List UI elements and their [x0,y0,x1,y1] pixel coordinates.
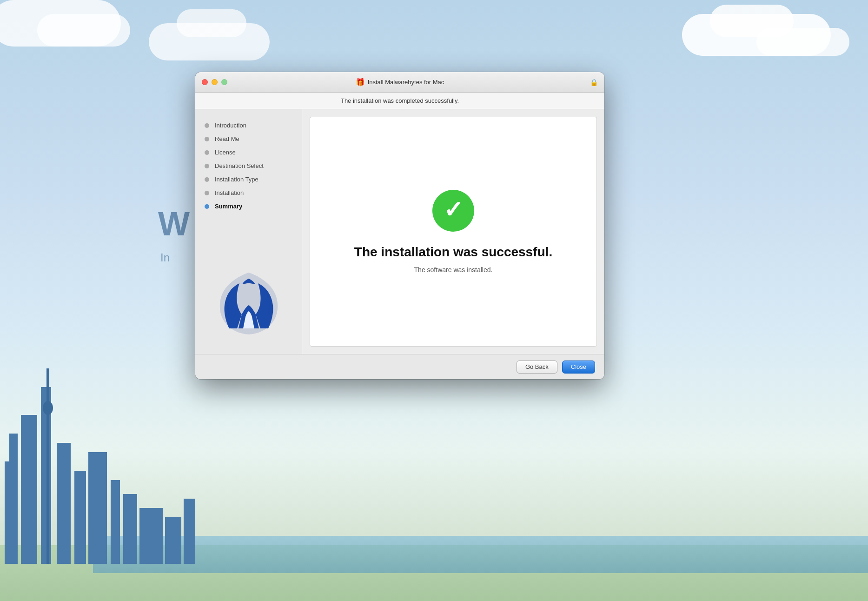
status-message: The installation was completed successfu… [341,97,459,104]
step-label-read-me: Read Me [215,135,239,142]
status-bar: The installation was completed successfu… [195,93,604,109]
step-label-introduction: Introduction [215,122,246,129]
close-button[interactable]: Close [562,361,595,374]
sidebar-logo [195,261,302,345]
traffic-lights [202,79,227,85]
window-footer: Go Back Close [195,354,604,379]
sidebar-step-installation-type[interactable]: Installation Type [195,173,302,186]
window-title: 🎁 Install Malwarebytes for Mac [356,78,444,87]
title-icon: 🎁 [356,78,365,87]
minimize-traffic-light[interactable] [212,79,218,85]
sidebar-steps: Introduction Read Me License Destination… [195,119,302,256]
sidebar-step-installation[interactable]: Installation [195,186,302,200]
installer-window: 🎁 Install Malwarebytes for Mac 🔒 The ins… [195,72,604,379]
step-dot-license [205,150,209,155]
content-panel: ✓ The installation was successful. The s… [310,117,597,347]
step-label-installation: Installation [215,189,244,196]
sidebar-step-license[interactable]: License [195,146,302,159]
bg-title-text: W [158,205,190,243]
step-label-summary: Summary [215,203,242,210]
success-title: The installation was successful. [354,245,552,260]
step-dot-installation-type [205,177,209,182]
step-dot-read-me [205,137,209,141]
success-subtitle: The software was installed. [414,266,493,274]
close-traffic-light[interactable] [202,79,208,85]
sidebar-step-read-me[interactable]: Read Me [195,132,302,146]
sidebar-step-destination-select[interactable]: Destination Select [195,159,302,173]
checkmark-icon: ✓ [444,198,463,221]
step-dot-installation [205,191,209,195]
bg-subtitle-text: In [160,251,170,264]
window-title-text: Install Malwarebytes for Mac [368,79,444,86]
water [93,536,868,573]
sidebar-step-introduction[interactable]: Introduction [195,119,302,132]
malwarebytes-logo-svg [216,270,281,335]
step-dot-introduction [205,123,209,128]
main-content: Introduction Read Me License Destination… [195,109,604,354]
go-back-button[interactable]: Go Back [517,361,557,374]
skyline [0,368,195,601]
maximize-traffic-light[interactable] [221,79,227,85]
title-bar: 🎁 Install Malwarebytes for Mac 🔒 [195,72,604,93]
step-label-installation-type: Installation Type [215,176,258,183]
step-dot-destination-select [205,164,209,168]
step-dot-summary [205,204,209,209]
step-label-license: License [215,149,236,156]
sidebar-step-summary[interactable]: Summary [195,200,302,213]
success-circle: ✓ [432,190,474,232]
lock-icon: 🔒 [590,79,598,86]
step-label-destination-select: Destination Select [215,162,264,169]
sidebar: Introduction Read Me License Destination… [195,109,302,354]
